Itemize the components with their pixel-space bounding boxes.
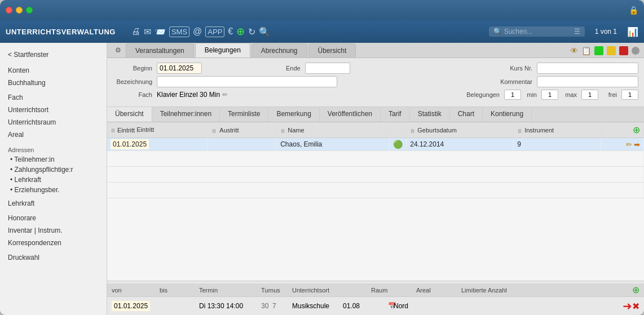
settings-icon[interactable]: ⚙ [111,43,126,57]
sub-tab-bemerkung[interactable]: Bemerkung [268,107,319,122]
bezeichnung-input[interactable] [157,76,337,87]
cell-eintritt: 01.01.2025 [107,138,208,151]
sub-tab-chart[interactable]: Chart [450,107,483,122]
sidebar-item-zahlungspflichtige[interactable]: • Zahlungspflichtige:r [0,165,107,175]
sub-tab-teilnehmer[interactable]: Teilnehmer:innen [152,107,220,122]
belegungen-input[interactable] [504,90,521,100]
sort-icon: ⫼ [517,127,523,134]
tab-abrechnung[interactable]: Abrechnung [252,43,307,57]
cell-von: 01.01.2025 [112,302,160,310]
col-instrument: ⫼ Instrument [514,122,601,138]
form-row-beginn-ende: Beginn Ende Kurs Nr. [113,63,638,74]
sidebar-item-honorare[interactable]: Honorare [0,212,107,224]
status-red [619,46,628,55]
bottom-col-turnus: Turnus [261,287,292,294]
col-eintritt: ⫼ Eintritt Eintritt [107,122,208,138]
add-schedule-button[interactable]: ⊕ [632,285,639,295]
sidebar-item-unterrichtsraum[interactable]: Unterrichtsraum [0,116,107,128]
add-green-icon[interactable]: ⊕ [236,25,245,38]
sub-tab-statistik[interactable]: Statistik [410,107,450,122]
col-austritt: ⫼ Austritt [208,122,276,138]
add-circle-icon[interactable]: APP [205,26,224,37]
sidebar-item-startfenster[interactable]: < Startfenster [0,48,107,61]
mail-outline-icon[interactable]: ✉ [144,26,151,37]
cell-turnus: 30 [261,302,272,310]
cell-termin: Di 13:30 14:00 [199,302,261,310]
sidebar-item-unterrichtsort[interactable]: Unterrichtsort [0,104,107,116]
tab-veranstaltungen[interactable]: Veranstaltungen [126,43,194,57]
beginn-input[interactable] [157,63,202,74]
sidebar-item-lehrkraft[interactable]: Lehrkraft [0,197,107,210]
sidebar-item-fach[interactable]: Fach [0,91,107,104]
tab-belegungen[interactable]: Belegungen [195,43,250,57]
status-yellow [607,46,616,55]
cell-raum: 01.08 [343,302,388,310]
page-count: 1 von 1 [595,28,617,36]
ende-input[interactable] [305,63,350,74]
arrow-right-icon: ➜ [623,299,632,313]
min-input[interactable] [541,90,558,100]
print-icon[interactable]: 🖨 [131,26,140,37]
fach-label: Fach [113,91,152,98]
sidebar-item-korrespondenzen[interactable]: Korrespondenzen [0,237,107,249]
frei-input[interactable] [621,90,638,100]
max-label: max [563,91,577,98]
bottom-col-bis: bis [160,287,199,294]
app-title: UNTERRICHTSVERWALTUNG [6,28,116,36]
right-panel: ⚙ Veranstaltungen Belegungen Abrechnung … [107,43,644,315]
edit-row-button[interactable]: ✏ [626,140,632,149]
sort-icon: ⫼ [410,127,416,134]
bottom-col-termin: Termin [199,287,261,294]
sidebar-item-inventar[interactable]: Inventar | Instrum. [0,224,107,237]
bottom-header: von bis Termin Turnus Unterrichtsort Rau… [107,283,644,297]
sub-tab-terminliste[interactable]: Terminliste [220,107,268,122]
ende-label: Ende [278,65,301,72]
bar-chart-icon: 📊 [627,26,638,37]
delete-schedule-button[interactable]: ✖ [632,301,639,312]
sub-tab-veroeffentlichen[interactable]: Veröffentlichen [320,107,381,122]
add-participant-button[interactable]: ⊕ [633,125,640,135]
sort-icon: ⫼ [211,127,217,134]
at-icon[interactable]: @ [193,26,202,37]
sidebar-item-konten[interactable]: Konten [0,64,107,77]
tab-uebersicht[interactable]: Übersicht [308,43,356,57]
cell-instrument: 9 [514,138,601,151]
bezeichnung-label: Bezeichnung [113,78,152,85]
minimize-button[interactable] [16,7,23,14]
lock-icon: 🔒 [629,6,638,15]
sidebar-item-druckwahl[interactable]: Druckwahl [0,251,107,264]
sub-tab-bar: Übersicht Teilnehmer:innen Terminliste B… [107,107,644,122]
sidebar-item-buchhaltung[interactable]: Buchhaltung [0,77,107,89]
search-input[interactable] [504,28,572,36]
table-row-empty-2 [107,167,644,183]
search-box: 🔍 ☰ [489,26,585,37]
euro-icon[interactable]: € [228,26,233,37]
sub-tab-kontierung[interactable]: Kontierung [483,107,532,122]
fach-edit-icon[interactable]: ✏ [222,91,228,99]
col-actions: ⊕ [601,122,643,138]
sidebar-item-teilnehmer[interactable]: • Teilnehmer:in [0,154,107,165]
note-icon[interactable]: 📋 [581,46,591,55]
kurs-nr-input[interactable] [537,63,638,74]
sub-tab-uebersicht[interactable]: Übersicht [107,107,152,122]
sub-tab-tarif[interactable]: Tarif [381,107,410,122]
close-button[interactable] [6,7,12,14]
person-search-icon[interactable]: 🔍 [259,26,270,37]
table-row[interactable]: 01.01.2025 Chaos, Emilia 🟢 24.12.2014 9 … [107,138,644,151]
sidebar-item-erziehungsber[interactable]: • Erziehungsber. [0,185,107,195]
bottom-data-row: 01.01.2025 Di 13:30 14:00 30 7 Musikschu… [107,297,644,315]
refresh-icon[interactable]: ↻ [248,26,255,37]
bottom-col-limitierte: Limitierte Anzahl [461,287,632,294]
duplicate-row-button[interactable]: ➡ [634,140,640,149]
cell-name: Chaos, Emilia [277,138,390,151]
kommentar-input[interactable] [537,76,638,87]
sidebar-item-areal[interactable]: Areal [0,128,107,141]
maximize-button[interactable] [26,7,33,14]
eye-icon[interactable]: 👁 [570,46,578,55]
mail-fill-icon[interactable]: 📨 [155,26,166,37]
sidebar-item-lehrkraft-addr[interactable]: • Lehrkraft [0,175,107,185]
min-label: min [526,91,537,98]
sms-icon[interactable]: SMS [169,26,189,37]
max-input[interactable] [581,90,598,100]
toolbar: UNTERRICHTSVERWALTUNG 🖨 ✉ 📨 SMS @ APP € … [0,20,644,43]
